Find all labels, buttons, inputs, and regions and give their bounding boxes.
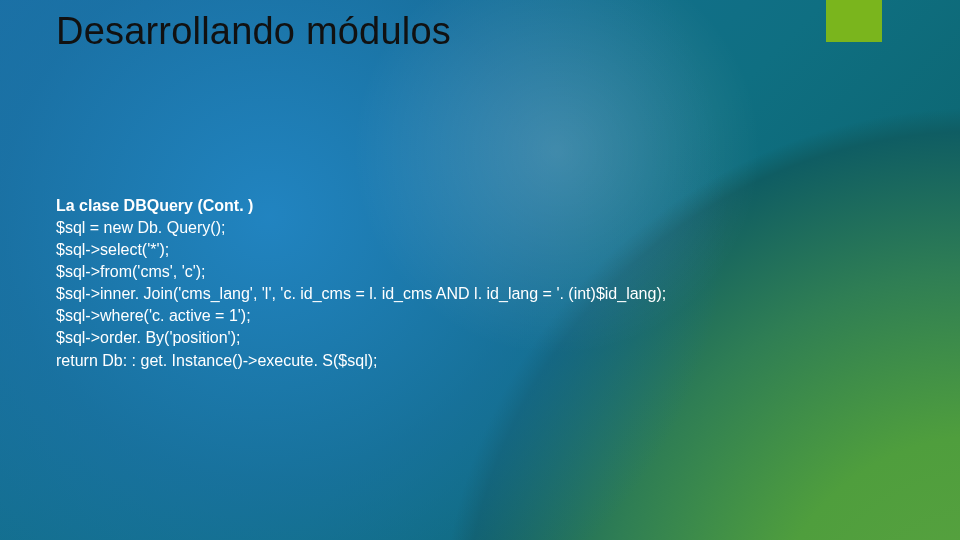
accent-tab bbox=[826, 0, 882, 42]
section-heading: La clase DBQuery (Cont. ) bbox=[56, 195, 920, 217]
code-line: $sql->where('c. active = 1'); bbox=[56, 305, 920, 327]
slide-title: Desarrollando módulos bbox=[56, 10, 451, 53]
code-line: $sql->from('cms', 'c'); bbox=[56, 261, 920, 283]
code-line: return Db: : get. Instance()->execute. S… bbox=[56, 350, 920, 372]
code-line: $sql->order. By('position'); bbox=[56, 327, 920, 349]
slide: Desarrollando módulos La clase DBQuery (… bbox=[0, 0, 960, 540]
slide-body: La clase DBQuery (Cont. ) $sql = new Db.… bbox=[56, 195, 920, 372]
code-line: $sql = new Db. Query(); bbox=[56, 217, 920, 239]
code-line: $sql->select('*'); bbox=[56, 239, 920, 261]
code-line: $sql->inner. Join('cms_lang', 'l', 'c. i… bbox=[56, 283, 920, 305]
